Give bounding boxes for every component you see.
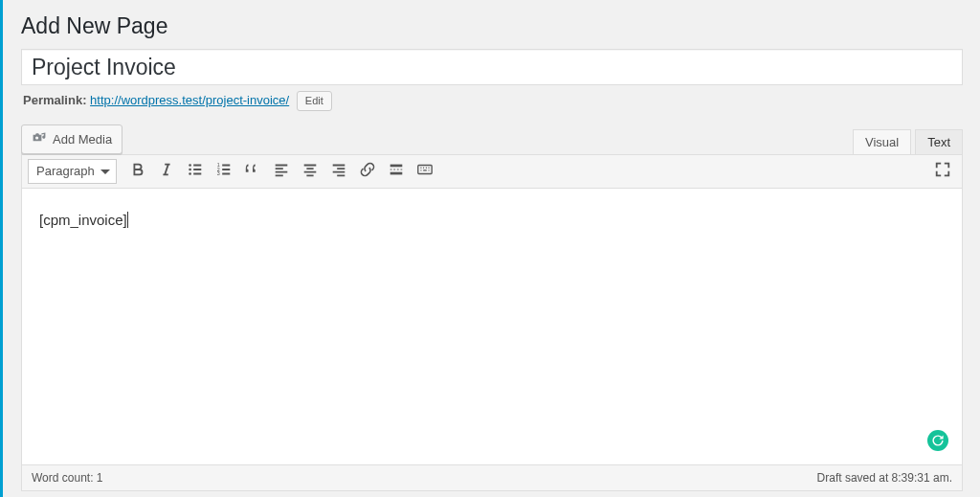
editor-text: [cpm_invoice]: [39, 212, 128, 228]
fullscreen-button[interactable]: [929, 158, 956, 185]
bold-button[interactable]: [124, 158, 151, 185]
editor-toolbar: Paragraph 123: [22, 155, 962, 189]
editor-container: Paragraph 123: [21, 154, 963, 491]
add-media-button[interactable]: Add Media: [21, 124, 122, 154]
page-title: Add New Page: [21, 0, 963, 49]
svg-point-1: [189, 169, 191, 171]
link-button[interactable]: [354, 158, 381, 185]
edit-permalink-button[interactable]: Edit: [297, 91, 332, 111]
align-right-button[interactable]: [325, 158, 352, 185]
numbered-list-button[interactable]: 123: [211, 158, 237, 185]
align-left-button[interactable]: [268, 158, 295, 185]
align-center-icon: [301, 161, 319, 181]
italic-icon: [158, 161, 175, 181]
italic-button[interactable]: [153, 158, 180, 185]
permalink-label: Permalink:: [23, 93, 86, 107]
svg-point-2: [189, 172, 191, 175]
editor-status-bar: Word count: 1 Draft saved at 8:39:31 am.: [22, 464, 962, 490]
keyboard-icon: [416, 161, 434, 181]
bullet-list-button[interactable]: [182, 158, 209, 185]
add-media-label: Add Media: [53, 132, 112, 147]
permalink-row: Permalink: http://wordpress.test/project…: [23, 91, 963, 111]
link-icon: [359, 161, 376, 181]
camera-music-icon: [32, 130, 47, 148]
insert-more-icon: [388, 161, 405, 181]
svg-rect-7: [390, 172, 403, 175]
toolbar-toggle-button[interactable]: [412, 158, 438, 185]
tab-visual[interactable]: Visual: [853, 129, 911, 154]
svg-rect-8: [418, 166, 432, 174]
quote-icon: [244, 161, 261, 181]
word-count: Word count: 1: [32, 471, 103, 485]
grammarly-badge-icon[interactable]: [927, 430, 948, 451]
align-left-icon: [273, 161, 290, 181]
bold-icon: [129, 161, 146, 181]
list-ol-icon: 123: [215, 161, 233, 181]
save-status: Draft saved at 8:39:31 am.: [817, 471, 952, 485]
format-select[interactable]: Paragraph: [28, 159, 117, 184]
blockquote-button[interactable]: [239, 158, 266, 185]
permalink-url-link[interactable]: http://wordpress.test/project-invoice/: [90, 93, 289, 107]
tab-text[interactable]: Text: [915, 129, 963, 154]
align-center-button[interactable]: [297, 158, 323, 185]
align-right-icon: [330, 161, 347, 181]
svg-rect-6: [390, 165, 403, 168]
post-title-input[interactable]: [21, 49, 963, 85]
svg-point-0: [189, 164, 191, 167]
svg-text:3: 3: [217, 170, 220, 176]
fullscreen-icon: [934, 161, 951, 181]
content-editor[interactable]: [cpm_invoice]: [22, 189, 962, 464]
list-ul-icon: [187, 161, 204, 181]
read-more-button[interactable]: [383, 158, 410, 185]
